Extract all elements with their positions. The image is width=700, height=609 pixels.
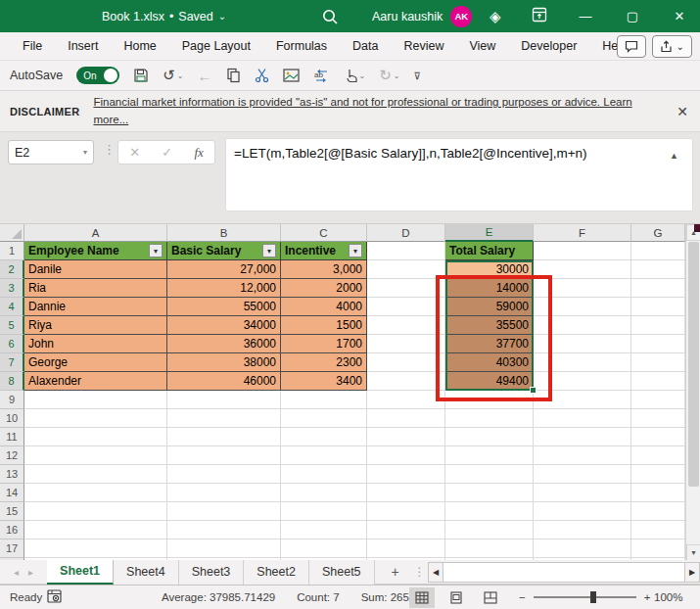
cell-B8[interactable]: 46000 — [167, 372, 281, 391]
undo-button[interactable]: ↺⌄ — [163, 67, 183, 84]
row-header-6[interactable]: 6 — [0, 335, 24, 353]
fill-handle[interactable] — [530, 387, 537, 394]
sheet-tab-sheet2[interactable]: Sheet2 — [244, 560, 309, 585]
cell-C2[interactable]: 3,000 — [281, 260, 367, 279]
chevron-down-icon[interactable]: ▾ — [83, 148, 87, 157]
cell-A5[interactable]: Riya — [24, 316, 167, 335]
cell-D5[interactable] — [367, 316, 445, 335]
cell-G11[interactable] — [631, 428, 685, 446]
scroll-down-icon[interactable]: ▼ — [686, 544, 700, 560]
row-header-14[interactable]: 14 — [0, 484, 24, 502]
cell-G2[interactable] — [631, 260, 685, 279]
cell-D1[interactable] — [367, 242, 445, 260]
cell-C16[interactable] — [281, 521, 367, 539]
cell-B14[interactable] — [167, 484, 281, 502]
cell-E16[interactable] — [445, 521, 534, 539]
cell-E3[interactable]: 14000 — [445, 279, 534, 298]
cell-F3[interactable] — [534, 279, 631, 298]
cell-A12[interactable] — [24, 446, 167, 465]
paste-picture-button[interactable] — [283, 69, 300, 82]
column-header-A[interactable]: A — [24, 224, 167, 242]
cell-G17[interactable] — [631, 539, 685, 558]
tab-insert[interactable]: Insert — [55, 32, 111, 60]
autosave-toggle[interactable]: On — [76, 67, 119, 84]
cell-G5[interactable] — [631, 316, 685, 335]
cell-C8[interactable]: 3400 — [281, 372, 367, 391]
row-header-8[interactable]: 8 — [0, 372, 24, 391]
row-header-5[interactable]: 5 — [0, 316, 24, 335]
select-all-button[interactable] — [0, 224, 24, 242]
cell-E15[interactable] — [445, 502, 534, 521]
cell-G6[interactable] — [631, 335, 685, 353]
copy-button[interactable] — [226, 68, 241, 83]
customize-qat-button[interactable]: ⊽ — [413, 70, 420, 81]
account-area[interactable]: Aaru kaushik AK — [372, 6, 472, 27]
row-header-12[interactable]: 12 — [0, 446, 24, 465]
cell-D17[interactable] — [367, 539, 445, 558]
cell-B11[interactable] — [167, 428, 281, 446]
macro-record-icon[interactable] — [47, 589, 76, 605]
cell-D9[interactable] — [367, 391, 445, 409]
row-header-17[interactable]: 17 — [0, 539, 24, 558]
tab-file[interactable]: File — [10, 32, 55, 60]
chevron-down-icon[interactable]: ⌄ — [359, 71, 366, 80]
cell-D11[interactable] — [367, 428, 445, 446]
cell-G16[interactable] — [631, 521, 685, 539]
cell-A1[interactable]: Employee Name▾ — [24, 242, 167, 260]
cell-E4[interactable]: 59000 — [445, 298, 534, 316]
cell-G15[interactable] — [631, 502, 685, 521]
cell-C5[interactable]: 1500 — [281, 316, 367, 335]
column-header-B[interactable]: B — [167, 224, 281, 242]
zoom-out-icon[interactable]: − — [519, 591, 526, 603]
cell-C17[interactable] — [281, 539, 367, 558]
cell-D7[interactable] — [367, 353, 445, 372]
row-header-15[interactable]: 15 — [0, 502, 24, 521]
cell-F1[interactable] — [534, 242, 631, 260]
zoom-in-icon[interactable]: + — [644, 591, 651, 603]
sheet-tab-sheet1[interactable]: Sheet1 — [47, 560, 114, 585]
cell-C10[interactable] — [281, 409, 367, 428]
cell-G7[interactable] — [631, 353, 685, 372]
close-button[interactable]: ✕ — [660, 0, 699, 32]
cell-F5[interactable] — [534, 316, 631, 335]
cell-B7[interactable]: 38000 — [167, 353, 281, 372]
column-header-G[interactable]: G — [631, 224, 685, 242]
cell-G3[interactable] — [631, 279, 685, 298]
cell-D4[interactable] — [367, 298, 445, 316]
cell-C9[interactable] — [281, 391, 367, 409]
collapse-formula-bar-icon[interactable]: ▲ — [670, 151, 678, 161]
filter-button-C1[interactable]: ▾ — [349, 244, 362, 258]
horizontal-scroll-track[interactable] — [443, 562, 684, 583]
normal-view-button[interactable] — [409, 587, 435, 608]
cell-E17[interactable] — [445, 539, 534, 558]
vertical-scrollbar[interactable]: ▲ ▼ — [685, 224, 700, 560]
row-header-2[interactable]: 2 — [0, 260, 24, 279]
cell-B10[interactable] — [167, 409, 281, 428]
cell-A15[interactable] — [24, 502, 167, 521]
cell-B15[interactable] — [167, 502, 281, 521]
cell-E9[interactable] — [445, 391, 534, 409]
cell-D13[interactable] — [367, 465, 445, 484]
cell-C1[interactable]: Incentive▾ — [281, 242, 367, 260]
cell-F7[interactable] — [534, 353, 631, 372]
new-sheet-button[interactable]: + — [385, 561, 406, 583]
cell-A2[interactable]: Danile — [24, 260, 167, 279]
minimize-button[interactable]: — — [566, 0, 605, 32]
cell-A4[interactable]: Dannie — [24, 298, 167, 316]
cell-A16[interactable] — [24, 521, 167, 539]
row-header-4[interactable]: 4 — [0, 298, 24, 316]
cell-B17[interactable] — [167, 539, 281, 558]
cell-G13[interactable] — [631, 465, 685, 484]
comments-button[interactable] — [617, 35, 646, 58]
horizontal-scrollbar[interactable]: ◀ ▶ — [428, 562, 700, 583]
tab-home[interactable]: Home — [111, 32, 168, 60]
cell-B1[interactable]: Basic Salary▾ — [167, 242, 281, 260]
cell-D8[interactable] — [367, 372, 445, 391]
cell-A14[interactable] — [24, 484, 167, 502]
cell-B3[interactable]: 12,000 — [167, 279, 281, 298]
cell-F6[interactable] — [534, 335, 631, 353]
cell-A9[interactable] — [24, 391, 167, 409]
cell-G4[interactable] — [631, 298, 685, 316]
cell-E8[interactable]: 49400 — [445, 372, 534, 391]
cell-G14[interactable] — [631, 484, 685, 502]
